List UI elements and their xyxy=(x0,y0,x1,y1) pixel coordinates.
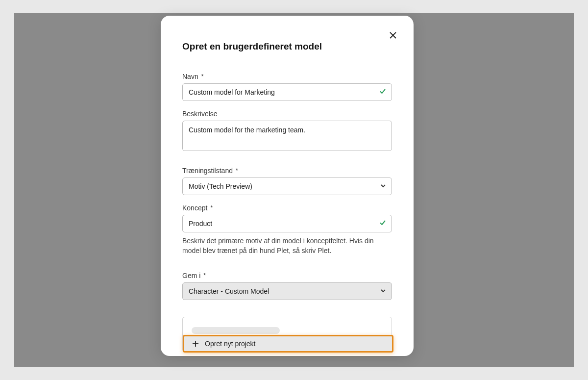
plus-icon xyxy=(192,340,199,347)
loading-skeleton-row xyxy=(192,327,280,334)
save-in-label-text: Gem i xyxy=(182,272,200,279)
create-new-project-button[interactable]: Opret nyt projekt xyxy=(183,335,393,353)
description-label: Beskrivelse xyxy=(182,110,392,118)
create-custom-model-modal: Opret en brugerdefineret model Navn * Be… xyxy=(161,16,414,356)
name-input[interactable] xyxy=(182,83,392,101)
concept-field-group: Koncept * Beskriv det primære motiv af d… xyxy=(182,204,392,255)
description-field-group: Beskrivelse Custom model for the marketi… xyxy=(182,110,392,153)
name-field-group: Navn * xyxy=(182,73,392,101)
concept-input-wrapper xyxy=(182,215,392,232)
modal-title: Opret en brugerdefineret model xyxy=(182,41,322,52)
training-mode-label: Træningstilstand * xyxy=(182,167,392,175)
training-mode-value: Motiv (Tech Preview) xyxy=(189,182,252,190)
name-label-text: Navn xyxy=(182,73,198,80)
close-icon xyxy=(389,31,397,39)
training-mode-select-wrapper: Motiv (Tech Preview) xyxy=(182,177,392,195)
description-label-text: Beskrivelse xyxy=(182,110,218,118)
save-in-field-group: Gem i * Character - Custom Model xyxy=(182,272,392,300)
description-input[interactable]: Custom model for the marketing team. xyxy=(182,121,392,151)
required-asterisk: * xyxy=(236,167,238,174)
save-in-select[interactable]: Character - Custom Model xyxy=(182,282,392,300)
concept-input[interactable] xyxy=(182,215,392,232)
save-in-label: Gem i * xyxy=(182,272,392,279)
concept-label-text: Koncept xyxy=(182,204,207,212)
save-in-select-wrapper: Character - Custom Model xyxy=(182,282,392,300)
training-mode-field-group: Træningstilstand * Motiv (Tech Preview) xyxy=(182,167,392,195)
concept-label: Koncept * xyxy=(182,204,392,212)
concept-helper-text: Beskriv det primære motiv af din model i… xyxy=(182,236,392,255)
save-in-dropdown-panel: Opret nyt projekt xyxy=(182,317,392,352)
required-asterisk: * xyxy=(203,272,206,279)
training-mode-select[interactable]: Motiv (Tech Preview) xyxy=(182,177,392,195)
required-asterisk: * xyxy=(210,204,213,211)
training-mode-label-text: Træningstilstand xyxy=(182,167,233,175)
save-in-value: Character - Custom Model xyxy=(189,287,269,295)
name-input-wrapper xyxy=(182,83,392,101)
create-new-project-label: Opret nyt projekt xyxy=(205,340,256,348)
name-label: Navn * xyxy=(182,73,392,80)
required-asterisk: * xyxy=(201,73,204,80)
close-button[interactable] xyxy=(386,28,400,42)
